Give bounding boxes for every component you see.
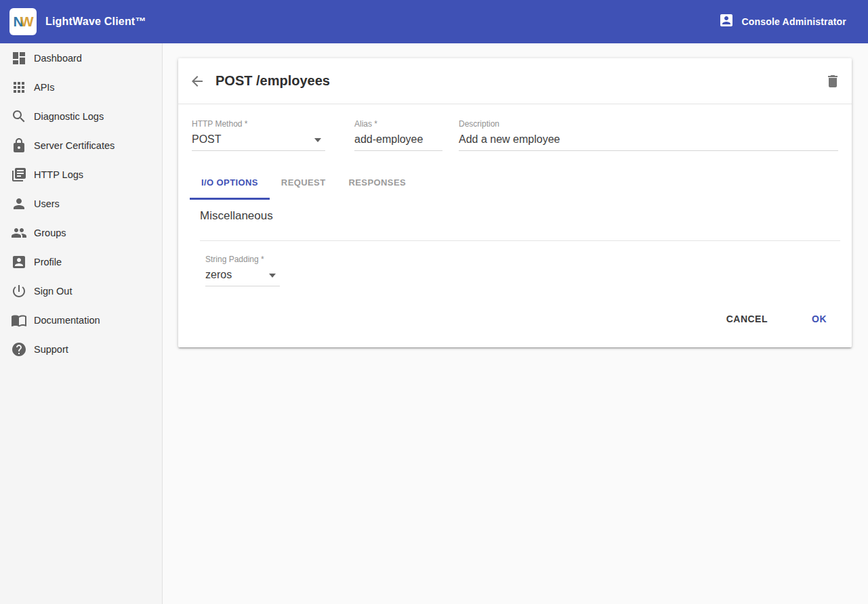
sidebar: Dashboard APIs Diagnostic Logs Server Ce… (0, 43, 163, 604)
trash-icon (825, 73, 841, 89)
chevron-down-icon (269, 274, 276, 278)
delete-button[interactable] (825, 73, 841, 89)
alias-value: add-employee (354, 133, 442, 151)
string-padding-value: zeros (205, 269, 280, 286)
main-content: POST /employees HTTP Method * POST Alias… (163, 43, 868, 604)
string-padding-group: String Padding * zeros (205, 255, 852, 286)
people-icon (11, 225, 27, 241)
http-method-label: HTTP Method * (192, 119, 325, 129)
lock-icon (11, 137, 27, 154)
sidebar-item-support[interactable]: Support (0, 335, 162, 364)
sidebar-item-apis[interactable]: APIs (0, 72, 162, 102)
description-field[interactable]: Description Add a new employee (459, 119, 838, 151)
back-button[interactable] (189, 73, 205, 89)
ok-button[interactable]: OK (798, 307, 841, 331)
alias-label: Alias * (354, 119, 442, 129)
power-icon (11, 283, 27, 299)
tab-bar: I/O OPTIONS REQUEST RESPONSES (190, 167, 852, 200)
person-icon (11, 196, 27, 212)
endpoint-fields: HTTP Method * POST Alias * add-employee … (178, 104, 852, 167)
chevron-down-icon (314, 138, 321, 142)
library-books-icon (11, 167, 27, 183)
sidebar-item-label: Sign Out (34, 286, 72, 297)
sidebar-item-label: HTTP Logs (34, 169, 83, 180)
sidebar-item-label: Server Certificates (34, 140, 115, 151)
sidebar-item-label: Diagnostic Logs (34, 111, 104, 122)
alias-field[interactable]: Alias * add-employee (354, 119, 442, 151)
sidebar-item-server-certificates[interactable]: Server Certificates (0, 131, 162, 160)
http-method-select[interactable]: HTTP Method * POST (192, 119, 325, 151)
description-label: Description (459, 119, 838, 129)
arrow-back-icon (189, 73, 205, 89)
http-method-value: POST (192, 133, 325, 151)
dialog-actions: CANCEL OK (178, 286, 852, 347)
tab-io-options[interactable]: I/O OPTIONS (190, 167, 270, 200)
cancel-button[interactable]: CANCEL (716, 307, 779, 331)
section-title: Miscellaneous (200, 209, 840, 241)
sidebar-item-profile[interactable]: Profile (0, 247, 162, 276)
string-padding-select[interactable]: String Padding * zeros (205, 255, 280, 286)
help-icon (11, 341, 27, 358)
tab-panel-io-options: Miscellaneous String Padding * zeros CAN… (178, 209, 852, 347)
sidebar-item-users[interactable]: Users (0, 189, 162, 218)
sidebar-item-label: Support (34, 344, 68, 355)
account-box-icon (718, 12, 735, 31)
description-value: Add a new employee (459, 133, 838, 151)
sidebar-item-diagnostic-logs[interactable]: Diagnostic Logs (0, 102, 162, 131)
user-name: Console Administrator (741, 16, 846, 27)
open-book-icon (11, 312, 27, 328)
account-box-icon (11, 254, 27, 270)
endpoint-card: POST /employees HTTP Method * POST Alias… (178, 58, 852, 347)
app-title: LightWave Client™ (45, 16, 146, 28)
sidebar-item-http-logs[interactable]: HTTP Logs (0, 160, 162, 189)
sidebar-item-sign-out[interactable]: Sign Out (0, 276, 162, 305)
sidebar-item-dashboard[interactable]: Dashboard (0, 43, 162, 72)
apps-grid-icon (11, 79, 27, 95)
tab-responses[interactable]: RESPONSES (337, 167, 418, 200)
sidebar-item-label: Users (34, 198, 60, 209)
app-bar: NW LightWave Client™ Console Administrat… (0, 0, 868, 43)
sidebar-item-label: Documentation (34, 315, 100, 326)
page-title: POST /employees (215, 73, 330, 89)
search-icon (11, 108, 27, 125)
card-header: POST /employees (178, 58, 852, 104)
dashboard-icon (11, 50, 27, 66)
sidebar-item-groups[interactable]: Groups (0, 218, 162, 247)
logo-letter-w: W (20, 14, 33, 30)
tab-request[interactable]: REQUEST (270, 167, 337, 200)
string-padding-label: String Padding * (205, 255, 280, 264)
sidebar-item-documentation[interactable]: Documentation (0, 305, 162, 335)
sidebar-item-label: Groups (34, 228, 66, 238)
user-menu[interactable]: Console Administrator (718, 12, 846, 31)
sidebar-item-label: Dashboard (34, 53, 82, 64)
app-logo: NW (9, 8, 37, 35)
sidebar-item-label: APIs (34, 82, 55, 93)
sidebar-item-label: Profile (34, 257, 62, 267)
